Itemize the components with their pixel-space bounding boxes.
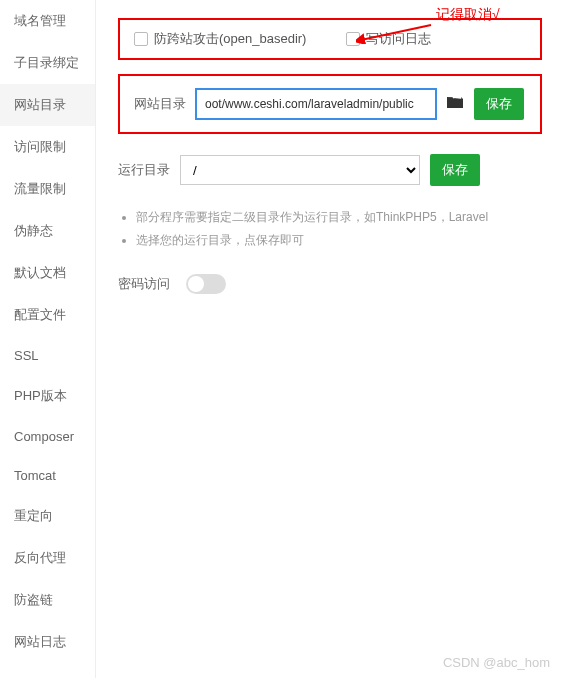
sidebar-item-proxy[interactable]: 反向代理 (0, 537, 95, 579)
main-panel: 记得取消√ 防跨站攻击(open_basedir) 写访问日志 网站目录 保存 (96, 0, 564, 678)
highlight-box-sitedir: 网站目录 保存 (118, 74, 542, 134)
open-basedir-label: 防跨站攻击(open_basedir) (154, 30, 306, 48)
sidebar-item-tomcat[interactable]: Tomcat (0, 456, 95, 495)
checkbox-icon[interactable] (346, 32, 360, 46)
password-access-row: 密码访问 (118, 274, 542, 294)
checkbox-icon[interactable] (134, 32, 148, 46)
notes-list: 部分程序需要指定二级目录作为运行目录，如ThinkPHP5，Laravel 选择… (118, 206, 542, 252)
watermark: CSDN @abc_hom (443, 655, 550, 670)
sidebar-item-default-doc[interactable]: 默认文档 (0, 252, 95, 294)
highlight-box-checkboxes: 防跨站攻击(open_basedir) 写访问日志 (118, 18, 542, 60)
save-run-dir-button[interactable]: 保存 (430, 154, 480, 186)
sidebar-item-redirect[interactable]: 重定向 (0, 495, 95, 537)
sidebar-item-subdir[interactable]: 子目录绑定 (0, 42, 95, 84)
access-log-option[interactable]: 写访问日志 (346, 30, 431, 48)
sidebar-item-composer[interactable]: Composer (0, 417, 95, 456)
sidebar-item-config[interactable]: 配置文件 (0, 294, 95, 336)
sidebar-item-access-limit[interactable]: 访问限制 (0, 126, 95, 168)
folder-icon[interactable] (446, 95, 464, 113)
sidebar-item-ssl[interactable]: SSL (0, 336, 95, 375)
run-dir-select[interactable]: / (180, 155, 420, 185)
sidebar-item-sitedir[interactable]: 网站目录 (0, 84, 95, 126)
sidebar-item-traffic-limit[interactable]: 流量限制 (0, 168, 95, 210)
site-dir-label: 网站目录 (134, 95, 186, 113)
run-dir-row: 运行目录 / 保存 (118, 154, 542, 186)
sidebar-item-antileech[interactable]: 防盗链 (0, 579, 95, 621)
sidebar-item-php[interactable]: PHP版本 (0, 375, 95, 417)
sidebar: 域名管理 子目录绑定 网站目录 访问限制 流量限制 伪静态 默认文档 配置文件 … (0, 0, 96, 678)
password-access-toggle[interactable] (186, 274, 226, 294)
save-site-dir-button[interactable]: 保存 (474, 88, 524, 120)
annotation-text: 记得取消√ (436, 6, 500, 24)
site-dir-input[interactable] (196, 89, 436, 119)
sidebar-item-rewrite[interactable]: 伪静态 (0, 210, 95, 252)
run-dir-label: 运行目录 (118, 161, 170, 179)
access-log-label: 写访问日志 (366, 30, 431, 48)
password-access-label: 密码访问 (118, 275, 170, 293)
open-basedir-option[interactable]: 防跨站攻击(open_basedir) (134, 30, 306, 48)
note-item: 选择您的运行目录，点保存即可 (136, 229, 542, 252)
note-item: 部分程序需要指定二级目录作为运行目录，如ThinkPHP5，Laravel (136, 206, 542, 229)
sidebar-item-sitelog[interactable]: 网站日志 (0, 621, 95, 663)
sidebar-item-domain[interactable]: 域名管理 (0, 0, 95, 42)
